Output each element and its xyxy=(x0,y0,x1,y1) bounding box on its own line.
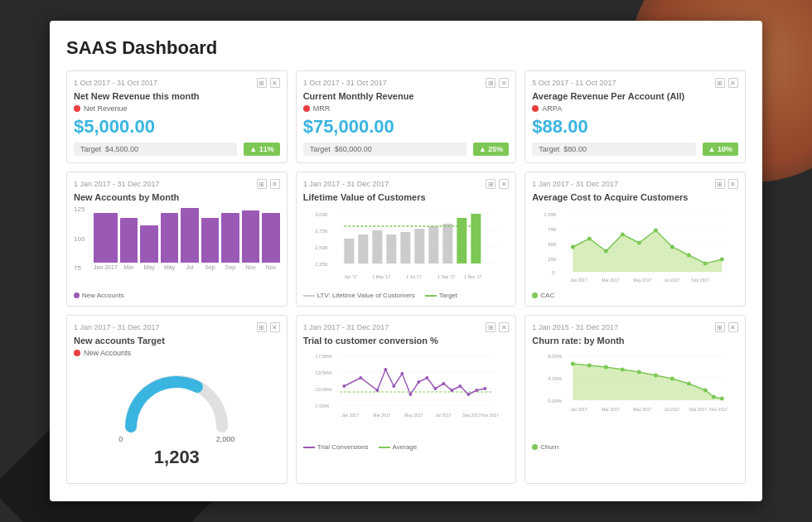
gauge-svg xyxy=(118,369,234,435)
card-header: 1 Jan 2017 - 31 Dec 2017 ⊞ ✕ xyxy=(303,179,510,189)
bar-label: May xyxy=(164,264,175,270)
bar-group: Mar xyxy=(120,218,138,270)
metric-value: $88.00 xyxy=(532,116,738,138)
card-date: 1 Jan 2017 - 31 Dec 2017 xyxy=(74,323,160,331)
card-title: Lifetime Value of Customers xyxy=(303,192,510,202)
svg-point-35 xyxy=(571,245,575,249)
svg-point-37 xyxy=(604,249,608,254)
metric-value: $75,000.00 xyxy=(303,116,510,138)
bar xyxy=(94,213,118,263)
card-date: 1 Oct 2017 - 31 Oct 2017 xyxy=(74,79,157,87)
bar xyxy=(262,213,279,263)
svg-text:May 2017: May 2017 xyxy=(404,413,423,418)
svg-point-63 xyxy=(392,384,395,388)
settings-icon[interactable]: ✕ xyxy=(728,322,738,332)
svg-rect-15 xyxy=(442,224,452,263)
kpi-row: 1 Oct 2017 - 31 Oct 2017 ⊞ ✕ Net New Rev… xyxy=(66,70,746,163)
chart-legend: Trial Conversions Average xyxy=(303,443,510,451)
svg-text:May 2017: May 2017 xyxy=(634,407,652,412)
current-monthly-revenue-card: 1 Oct 2017 - 31 Oct 2017 ⊞ ✕ Current Mon… xyxy=(296,70,517,163)
card-controls: ⊞ ✕ xyxy=(257,179,280,189)
settings-icon[interactable]: ✕ xyxy=(270,78,280,88)
svg-point-88 xyxy=(571,362,575,366)
card-controls: ⊞ ✕ xyxy=(486,322,509,332)
expand-icon[interactable]: ⊞ xyxy=(715,78,725,88)
svg-point-92 xyxy=(637,370,641,375)
expand-icon[interactable]: ⊞ xyxy=(257,179,267,189)
svg-point-64 xyxy=(400,372,404,375)
svg-text:Sep 2017: Sep 2017 xyxy=(689,407,708,412)
card-title: Net New Revenue this month xyxy=(74,91,280,101)
bar xyxy=(242,210,259,263)
metric-label: Net Revenue xyxy=(74,104,280,113)
svg-point-61 xyxy=(375,389,379,392)
svg-point-72 xyxy=(466,393,470,396)
svg-text:17.50%: 17.50% xyxy=(315,354,332,359)
svg-point-97 xyxy=(712,395,716,399)
svg-point-74 xyxy=(483,387,486,390)
ltv-svg: 3,000 2,750 2,500 2,250 xyxy=(303,205,510,288)
gauge-value: 1,203 xyxy=(154,447,200,468)
expand-icon[interactable]: ⊞ xyxy=(486,322,495,332)
expand-icon[interactable]: ⊞ xyxy=(486,78,495,88)
expand-icon[interactable]: ⊞ xyxy=(257,78,267,88)
svg-text:Sep 2017: Sep 2017 xyxy=(462,413,481,418)
card-header: 1 Jan 2015 - 31 Dec 2017 ⊞ ✕ xyxy=(532,322,738,332)
svg-point-39 xyxy=(637,241,641,245)
svg-text:10.00%: 10.00% xyxy=(315,387,332,392)
metric-footer: Target $80.00 10% xyxy=(532,143,738,156)
svg-text:7.50%: 7.50% xyxy=(315,404,330,408)
metric-label: New Accounts xyxy=(74,349,280,357)
expand-icon[interactable]: ⊞ xyxy=(486,179,495,189)
card-header: 1 Oct 2017 - 31 Oct 2017 ⊞ ✕ xyxy=(74,78,280,88)
svg-rect-17 xyxy=(471,214,481,263)
expand-icon[interactable]: ⊞ xyxy=(257,322,267,332)
svg-text:2,250: 2,250 xyxy=(315,262,328,267)
svg-text:Jul 2017: Jul 2017 xyxy=(435,413,451,418)
card-title: Average Cost to Acquire Customers xyxy=(532,192,738,202)
trial-conversion-chart: 17.50% 13.50% 10.00% 7.50% xyxy=(303,349,510,440)
card-date: 5 Oct 2017 - 11 Oct 2017 xyxy=(532,79,616,87)
settings-icon[interactable]: ✕ xyxy=(270,322,280,332)
cac-svg: 1,000 750 500 250 0 xyxy=(532,205,738,288)
settings-icon[interactable]: ✕ xyxy=(728,78,738,88)
card-header: 1 Jan 2017 - 31 Dec 2017 ⊞ ✕ xyxy=(303,322,510,332)
settings-icon[interactable]: ✕ xyxy=(499,179,509,189)
card-header: 1 Jan 2017 - 31 Dec 2017 ⊞ ✕ xyxy=(74,179,280,189)
legend-line xyxy=(303,447,315,448)
settings-icon[interactable]: ✕ xyxy=(270,179,280,189)
bar-label: Mar xyxy=(124,264,134,270)
bar-label: Sep xyxy=(205,264,215,270)
bar-group: Jan 2017 xyxy=(94,213,118,270)
svg-text:2,500: 2,500 xyxy=(315,245,328,250)
svg-point-68 xyxy=(433,387,437,390)
settings-icon[interactable]: ✕ xyxy=(728,179,738,189)
expand-icon[interactable]: ⊞ xyxy=(715,179,725,189)
cac-chart-card: 1 Jan 2017 - 31 Dec 2017 ⊞ ✕ Average Cos… xyxy=(524,172,746,307)
svg-point-69 xyxy=(442,382,445,385)
churn-chart: 8.00% 4.00% 0.00% xyxy=(532,349,738,440)
metric-label: MRR xyxy=(303,104,510,113)
metric-dot xyxy=(74,105,80,112)
change-badge: 10% xyxy=(703,143,738,156)
bar xyxy=(161,213,178,263)
card-header: 1 Jan 2017 - 31 Dec 2017 ⊞ ✕ xyxy=(74,322,280,332)
expand-icon[interactable]: ⊞ xyxy=(715,322,725,332)
bar-group: Sep xyxy=(201,218,219,270)
card-title: Trial to customer conversion % xyxy=(303,336,510,346)
settings-icon[interactable]: ✕ xyxy=(499,322,509,332)
svg-text:1 Nov '17: 1 Nov '17 xyxy=(464,274,481,279)
metric-label: ARPA xyxy=(532,104,738,113)
settings-icon[interactable]: ✕ xyxy=(499,78,509,88)
svg-text:Jan 2017: Jan 2017 xyxy=(571,278,588,283)
svg-text:500: 500 xyxy=(549,242,558,247)
gauge-container: 0 2,000 1,203 xyxy=(74,360,280,476)
bar xyxy=(140,225,157,263)
legend-line xyxy=(303,295,315,297)
card-title: New accounts Target xyxy=(74,336,280,346)
svg-rect-14 xyxy=(428,226,438,263)
svg-rect-9 xyxy=(358,234,368,263)
metric-value: $5,000.00 xyxy=(74,116,280,138)
change-badge: 11% xyxy=(244,143,279,156)
cac-chart: 1,000 750 500 250 0 xyxy=(532,205,738,288)
